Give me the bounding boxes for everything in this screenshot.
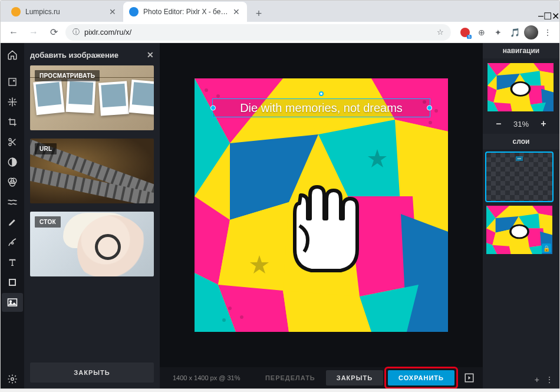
right-panel: навигации – 31% + слои ••• [483, 43, 559, 388]
svg-point-33 [228, 307, 232, 310]
address-bar: ← → ⟳ ⓘ pixlr.com/ru/x/ ☆ 5 ⊕ ✦ 🎵 ⋮ [1, 22, 559, 43]
bottom-bar: 1400 x 1400 px @ 31% ПЕРЕДЕЛАТЬ ЗАКРЫТЬ … [160, 367, 483, 388]
lock-icon[interactable]: 🔒 [542, 243, 551, 253]
tab-close-icon[interactable]: ✕ [232, 7, 241, 17]
settings-icon[interactable] [2, 370, 23, 388]
svg-point-28 [216, 94, 220, 98]
panel-title: добавить изображение [30, 51, 118, 60]
svg-point-34 [240, 315, 243, 319]
panel-close-button[interactable]: ЗАКРЫТЬ [30, 363, 154, 383]
nav-back-button[interactable]: ← [5, 24, 22, 41]
svg-marker-52 [510, 104, 533, 111]
tab-lumpics[interactable]: Lumpics.ru ✕ [5, 2, 123, 22]
bookmark-star-icon[interactable]: ☆ [437, 28, 444, 37]
site-info-icon[interactable]: ⓘ [73, 27, 80, 37]
add-image-panel: добавить изображение ✕ ПРОСМАТРИВАТЬ URL [24, 43, 160, 388]
svg-point-32 [429, 121, 432, 124]
new-tab-button[interactable]: + [251, 5, 267, 22]
source-label: URL [35, 143, 57, 154]
panel-close-icon[interactable]: ✕ [147, 50, 154, 60]
draw-icon[interactable] [2, 233, 23, 252]
tab-label: Lumpics.ru [25, 8, 104, 16]
layer-text-preview: ••• [516, 156, 523, 161]
svg-marker-40 [510, 63, 533, 74]
svg-rect-8 [10, 280, 15, 285]
layer-background[interactable]: 🔒 [486, 206, 552, 254]
svg-point-27 [205, 88, 208, 92]
chrome-menu-icon[interactable]: ⋮ [541, 25, 555, 39]
window-maximize-button[interactable]: ☐ [543, 11, 552, 22]
nav-reload-button[interactable]: ⟳ [45, 24, 62, 41]
zoom-value: 31% [513, 120, 529, 129]
profile-avatar[interactable] [524, 25, 538, 39]
svg-rect-0 [9, 78, 16, 85]
add-layer-button[interactable]: + [535, 375, 539, 384]
home-icon[interactable] [2, 45, 23, 64]
source-url[interactable]: URL [30, 139, 154, 203]
svg-point-11 [11, 378, 14, 381]
left-toolbar [1, 43, 24, 388]
save-button[interactable]: СОХРАНИТЬ [388, 370, 454, 386]
text-layer[interactable]: Die with memories, not dreams [212, 98, 430, 117]
filter-icon[interactable] [2, 173, 23, 192]
layers-title: слои [483, 134, 559, 149]
window-close-button[interactable]: ✕ [552, 11, 559, 22]
svg-marker-25 [283, 291, 371, 332]
window-minimize-button[interactable]: – [538, 11, 543, 22]
adjust-icon[interactable] [2, 153, 23, 172]
svg-marker-47 [493, 87, 512, 104]
svg-point-54 [511, 82, 529, 95]
favicon-icon [129, 7, 139, 17]
zoom-out-button[interactable]: – [493, 118, 504, 129]
source-stock[interactable]: СТОК [30, 212, 154, 276]
media-icon[interactable]: 🎵 [508, 25, 522, 39]
zoom-in-button[interactable]: + [538, 118, 549, 129]
layer-text[interactable]: ••• [486, 153, 552, 201]
rotate-handle-icon[interactable] [319, 91, 324, 96]
redo-label[interactable]: ПЕРЕДЕЛАТЬ [265, 374, 315, 381]
canvas[interactable]: Die with memories, not dreams [195, 78, 448, 332]
crop-icon[interactable] [2, 113, 23, 131]
url-input[interactable]: ⓘ pixlr.com/ru/x/ ☆ [65, 24, 451, 41]
source-browse[interactable]: ПРОСМАТРИВАТЬ [30, 65, 154, 130]
extension-icon[interactable]: ⊕ [475, 25, 489, 39]
layer-options-icon[interactable]: ⋮ [545, 375, 554, 384]
add-image-icon[interactable] [2, 293, 23, 312]
extension-icon[interactable]: 5 [458, 25, 472, 39]
workspace: Die with memories, not dreams 1400 x 140… [160, 43, 483, 388]
navigator-title: навигации [483, 43, 559, 58]
tab-strip: Lumpics.ru ✕ Photo Editor: Pixlr X - бес… [1, 1, 559, 22]
text-content: Die with memories, not dreams [240, 101, 403, 115]
svg-point-2 [9, 143, 11, 146]
next-step-icon[interactable] [462, 370, 477, 386]
svg-point-1 [9, 139, 11, 141]
svg-marker-68 [509, 246, 532, 254]
svg-point-31 [434, 109, 438, 113]
source-label: ПРОСМАТРИВАТЬ [35, 70, 100, 81]
tab-pixlr[interactable]: Photo Editor: Pixlr X - бесплатн… ✕ [123, 2, 247, 22]
canvas-info: 1400 x 1400 px @ 31% [166, 374, 241, 381]
svg-point-10 [10, 301, 12, 302]
retouch-icon[interactable] [2, 213, 23, 232]
element-icon[interactable] [2, 273, 23, 292]
close-button[interactable]: ЗАКРЫТЬ [326, 370, 383, 386]
nav-forward-button[interactable]: → [25, 24, 42, 41]
extensions-menu-icon[interactable]: ✦ [491, 25, 505, 39]
open-image-icon[interactable] [2, 73, 23, 91]
navigator-thumbnail[interactable] [487, 63, 554, 111]
text-icon[interactable] [2, 253, 23, 272]
tab-label: Photo Editor: Pixlr X - бесплатн… [143, 8, 228, 16]
arrange-icon[interactable] [2, 93, 23, 111]
url-text: pixlr.com/ru/x/ [84, 28, 432, 37]
svg-marker-20 [218, 202, 289, 291]
source-label: СТОК [35, 216, 61, 228]
svg-marker-63 [492, 229, 510, 246]
cutout-icon[interactable] [2, 133, 23, 151]
favicon-icon [11, 7, 21, 17]
liquify-icon[interactable] [2, 193, 23, 212]
svg-point-70 [510, 225, 528, 238]
tab-close-icon[interactable]: ✕ [108, 7, 117, 17]
svg-point-35 [222, 318, 226, 322]
svg-marker-56 [509, 206, 532, 216]
